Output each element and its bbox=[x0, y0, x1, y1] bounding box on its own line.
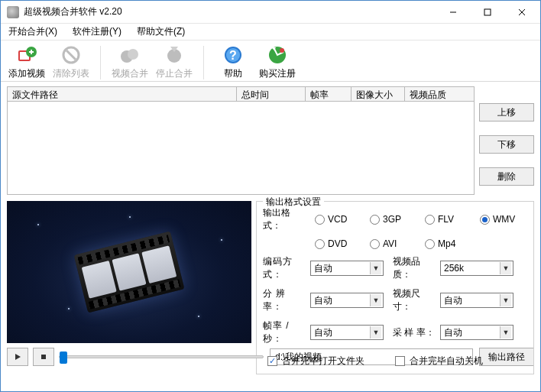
merge-video-label: 视频合并 bbox=[112, 67, 148, 80]
format-flv[interactable]: FLV bbox=[425, 214, 472, 225]
format-row-2: DVD AVI Mp4 bbox=[263, 238, 527, 249]
clear-list-label: 清除列表 bbox=[53, 67, 89, 80]
open-folder-checkbox[interactable]: 合并完毕打开文件夹 bbox=[267, 355, 364, 368]
format-wmv[interactable]: WMV bbox=[480, 214, 527, 225]
delete-button[interactable]: 删除 bbox=[479, 167, 534, 186]
svg-marker-20 bbox=[15, 354, 21, 360]
svg-rect-8 bbox=[31, 50, 32, 54]
merge-video-icon bbox=[119, 44, 141, 66]
output-format-group: 输出格式设置 输出格式： VCD 3GP FLV WMV DVD AVI Mp4 bbox=[256, 201, 534, 374]
checkbox-row: 合并完毕打开文件夹 合并完毕自动关机 bbox=[263, 352, 527, 368]
fps-label: 帧率 /秒： bbox=[263, 319, 306, 345]
minimize-button[interactable] bbox=[436, 2, 470, 23]
format-3gp[interactable]: 3GP bbox=[370, 214, 417, 225]
checkbox-icon bbox=[395, 356, 405, 366]
titlebar: 超级视频合并软件 v2.20 bbox=[1, 1, 540, 24]
menubar: 开始合并(X) 软件注册(Y) 帮助文件(Z) bbox=[1, 24, 540, 40]
buy-register-icon bbox=[267, 44, 288, 66]
menu-help[interactable]: 帮助文件(Z) bbox=[135, 25, 186, 38]
samplerate-combo[interactable]: 自动▼ bbox=[440, 325, 513, 340]
filmstrip-graphic bbox=[73, 231, 184, 313]
app-window: 超级视频合并软件 v2.20 开始合并(X) 软件注册(Y) 帮助文件(Z) 添… bbox=[0, 0, 541, 392]
toolbar-separator bbox=[100, 46, 101, 79]
svg-line-10 bbox=[66, 50, 76, 60]
chevron-down-icon: ▼ bbox=[370, 262, 381, 274]
chevron-down-icon: ▼ bbox=[500, 262, 511, 274]
svg-text:?: ? bbox=[229, 49, 237, 62]
add-video-icon bbox=[16, 44, 37, 66]
menu-start[interactable]: 开始合并(X) bbox=[7, 25, 59, 38]
lower-panel: 输出格式设置 输出格式： VCD 3GP FLV WMV DVD AVI Mp4 bbox=[1, 198, 540, 345]
format-avi[interactable]: AVI bbox=[370, 238, 417, 249]
play-button[interactable] bbox=[7, 348, 28, 366]
format-vcd[interactable]: VCD bbox=[315, 214, 362, 225]
group-title: 输出格式设置 bbox=[263, 196, 324, 209]
resolution-combo[interactable]: 自动▼ bbox=[310, 293, 384, 308]
table-body[interactable] bbox=[7, 102, 475, 195]
buy-register-button[interactable]: 购买注册 bbox=[259, 44, 296, 80]
svg-rect-21 bbox=[41, 355, 46, 359]
videosize-combo[interactable]: 自动▼ bbox=[440, 293, 513, 308]
add-video-label: 添加视频 bbox=[8, 67, 45, 80]
maximize-button[interactable] bbox=[470, 2, 504, 23]
quality-label: 视频品质： bbox=[393, 255, 436, 281]
shutdown-checkbox[interactable]: 合并完毕自动关机 bbox=[395, 355, 483, 368]
col-fps[interactable]: 帧率 bbox=[305, 86, 351, 102]
settings-panel: 输出格式设置 输出格式： VCD 3GP FLV WMV DVD AVI Mp4 bbox=[256, 201, 534, 343]
table-header: 源文件路径 总时间 帧率 图像大小 视频品质 bbox=[7, 86, 475, 102]
merge-video-button[interactable]: 视频合并 bbox=[112, 44, 148, 80]
slider-thumb[interactable] bbox=[60, 352, 67, 364]
chevron-down-icon: ▼ bbox=[370, 326, 381, 339]
add-video-button[interactable]: 添加视频 bbox=[8, 44, 45, 80]
window-controls bbox=[436, 2, 539, 23]
encode-combo[interactable]: 自动▼ bbox=[310, 261, 384, 276]
side-buttons: 上移 下移 删除 bbox=[479, 86, 534, 195]
toolbar-separator bbox=[203, 46, 204, 79]
fps-row: 帧率 /秒： 自动▼ 采 样 率： 自动▼ bbox=[263, 319, 527, 345]
quality-combo[interactable]: 256k▼ bbox=[440, 261, 513, 276]
stop-button[interactable] bbox=[33, 348, 54, 366]
resolution-row: 分 辨 率： 自动▼ 视频尺寸： 自动▼ bbox=[263, 287, 527, 313]
menu-register[interactable]: 软件注册(Y) bbox=[71, 25, 123, 38]
help-label: 帮助 bbox=[224, 67, 242, 80]
chevron-down-icon: ▼ bbox=[500, 294, 511, 306]
format-label: 输出格式： bbox=[263, 206, 307, 232]
checkbox-icon bbox=[267, 356, 277, 366]
buy-register-label: 购买注册 bbox=[259, 67, 296, 80]
col-video-quality[interactable]: 视频品质 bbox=[404, 86, 475, 102]
app-icon bbox=[7, 6, 19, 18]
svg-point-12 bbox=[128, 49, 138, 60]
stop-merge-icon bbox=[164, 44, 185, 66]
stop-merge-label: 停止合并 bbox=[156, 67, 193, 80]
svg-rect-1 bbox=[484, 9, 491, 15]
file-list-area: 源文件路径 总时间 帧率 图像大小 视频品质 上移 下移 删除 bbox=[1, 82, 540, 198]
stop-merge-button[interactable]: 停止合并 bbox=[156, 44, 193, 80]
chevron-down-icon: ▼ bbox=[500, 326, 511, 339]
clear-list-icon bbox=[60, 44, 82, 66]
move-up-button[interactable]: 上移 bbox=[479, 103, 534, 121]
svg-point-19 bbox=[280, 48, 284, 53]
col-image-size[interactable]: 图像大小 bbox=[351, 86, 404, 102]
file-table: 源文件路径 总时间 帧率 图像大小 视频品质 bbox=[7, 86, 475, 195]
close-button[interactable] bbox=[504, 2, 539, 23]
seek-slider[interactable] bbox=[59, 355, 264, 358]
video-preview bbox=[7, 201, 251, 343]
format-mp4[interactable]: Mp4 bbox=[425, 238, 472, 249]
clear-list-button[interactable]: 清除列表 bbox=[53, 44, 89, 80]
fps-combo[interactable]: 自动▼ bbox=[310, 325, 384, 340]
col-duration[interactable]: 总时间 bbox=[236, 86, 305, 102]
encode-row: 编码方式： 自动▼ 视频品质： 256k▼ bbox=[263, 255, 527, 281]
format-dvd[interactable]: DVD bbox=[315, 238, 362, 249]
toolbar: 添加视频 清除列表 视频合并 停止合并 ? 帮助 bbox=[1, 40, 540, 82]
samplerate-label: 采 样 率： bbox=[393, 326, 436, 339]
playback-controls bbox=[7, 348, 264, 366]
move-down-button[interactable]: 下移 bbox=[479, 135, 534, 154]
chevron-down-icon: ▼ bbox=[370, 294, 381, 306]
videosize-label: 视频尺寸： bbox=[393, 287, 436, 313]
col-source-path[interactable]: 源文件路径 bbox=[7, 86, 236, 102]
resolution-label: 分 辨 率： bbox=[263, 287, 306, 313]
encode-label: 编码方式： bbox=[263, 255, 306, 281]
help-button[interactable]: ? 帮助 bbox=[215, 44, 251, 80]
format-row-1: 输出格式： VCD 3GP FLV WMV bbox=[263, 206, 527, 232]
window-title: 超级视频合并软件 v2.20 bbox=[24, 5, 436, 18]
